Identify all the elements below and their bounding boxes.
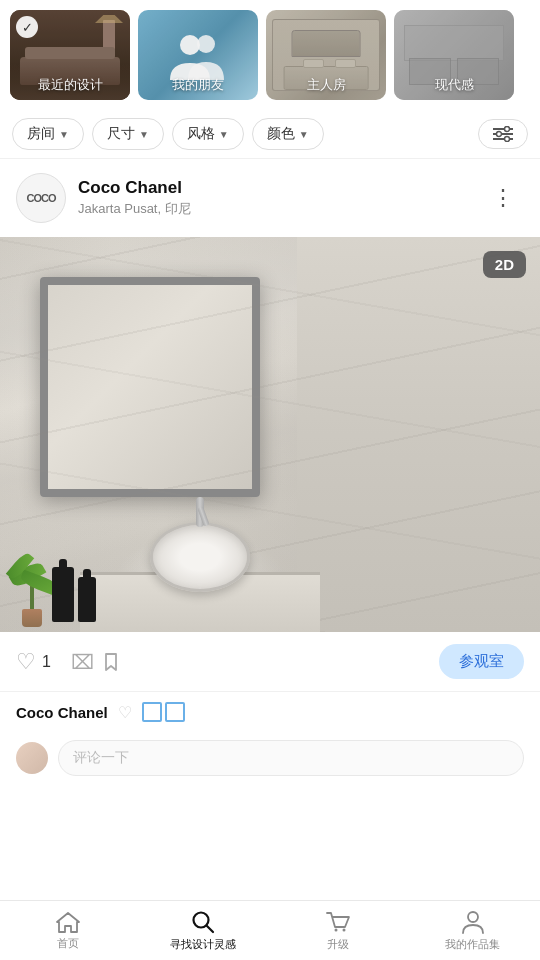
2d-badge: 2D xyxy=(483,251,526,278)
avatar-text: COCO xyxy=(27,192,56,204)
category-label-modern: 现代感 xyxy=(394,76,514,94)
main-content: ✓ 最近的设计 我的朋友 xyxy=(0,0,540,846)
filter-color-label: 颜色 xyxy=(267,125,295,143)
user-card: COCO Coco Chanel Jakarta Pusat, 印尼 ⋮ xyxy=(0,159,540,237)
nav-discover[interactable]: 寻找设计灵感 xyxy=(135,909,270,952)
design-image[interactable]: 2D xyxy=(0,237,540,632)
user-location: Jakarta Pusat, 印尼 xyxy=(78,200,484,218)
bottle-1 xyxy=(52,567,74,622)
nav-portfolio-label: 我的作品集 xyxy=(445,937,500,952)
category-item-modern[interactable]: 现代感 xyxy=(394,10,514,100)
post-squares xyxy=(142,702,185,722)
bottle-2 xyxy=(78,577,96,622)
svg-line-9 xyxy=(206,926,213,933)
search-icon xyxy=(190,909,216,935)
visit-room-label: 参观室 xyxy=(459,652,504,669)
svg-point-11 xyxy=(342,929,345,932)
bookmark-icon[interactable]: ⌧ xyxy=(71,650,94,674)
user-name[interactable]: Coco Chanel xyxy=(78,178,484,198)
nav-discover-label: 寻找设计灵感 xyxy=(170,937,236,952)
more-options-btn[interactable]: ⋮ xyxy=(484,183,524,213)
person-icon xyxy=(460,909,486,935)
post-heart-icon: ♡ xyxy=(118,703,132,722)
bookmark-icon-svg[interactable] xyxy=(100,651,122,673)
filter-color-btn[interactable]: 颜色 ▼ xyxy=(252,118,324,150)
bottom-nav: 首页 寻找设计灵感 升级 我的作品集 xyxy=(0,900,540,960)
comment-placeholder: 评论一下 xyxy=(73,749,129,765)
comment-avatar xyxy=(16,742,48,774)
filter-style-label: 风格 xyxy=(187,125,215,143)
filter-room-btn[interactable]: 房间 ▼ xyxy=(12,118,84,150)
category-label-friends: 我的朋友 xyxy=(138,76,258,94)
category-label-recent: 最近的设计 xyxy=(10,76,130,94)
comment-input-row: 评论一下 xyxy=(16,740,524,776)
filter-style-btn[interactable]: 风格 ▼ xyxy=(172,118,244,150)
filter-size-btn[interactable]: 尺寸 ▼ xyxy=(92,118,164,150)
sliders-icon xyxy=(493,126,513,142)
heart-icon[interactable]: ♡ xyxy=(16,649,36,675)
post-info: Coco Chanel ♡ xyxy=(0,692,540,734)
filter-size-label: 尺寸 xyxy=(107,125,135,143)
checkmark-icon: ✓ xyxy=(16,16,38,38)
avatar[interactable]: COCO xyxy=(16,173,66,223)
filter-room-label: 房间 xyxy=(27,125,55,143)
nav-upgrade-label: 升级 xyxy=(327,937,349,952)
like-count: 1 xyxy=(42,653,51,671)
chevron-down-icon: ▼ xyxy=(299,129,309,140)
chevron-down-icon: ▼ xyxy=(219,129,229,140)
svg-point-10 xyxy=(334,929,337,932)
user-info: Coco Chanel Jakarta Pusat, 印尼 xyxy=(78,178,484,218)
category-label-master: 主人房 xyxy=(266,76,386,94)
category-item-friends[interactable]: 我的朋友 xyxy=(138,10,258,100)
category-item-recent[interactable]: ✓ 最近的设计 xyxy=(10,10,130,100)
advanced-filter-btn[interactable] xyxy=(478,119,528,149)
svg-point-6 xyxy=(497,132,502,137)
action-left: ♡ 1 ⌧ xyxy=(16,649,122,675)
post-square-2 xyxy=(165,702,185,722)
chevron-down-icon: ▼ xyxy=(139,129,149,140)
cart-icon xyxy=(325,909,351,935)
nav-portfolio[interactable]: 我的作品集 xyxy=(405,909,540,952)
home-icon xyxy=(55,910,81,934)
visit-room-btn[interactable]: 参观室 xyxy=(439,644,524,679)
post-author[interactable]: Coco Chanel xyxy=(16,704,108,721)
filter-bar: 房间 ▼ 尺寸 ▼ 风格 ▼ 颜色 ▼ xyxy=(0,110,540,159)
sink-area xyxy=(80,512,320,632)
svg-point-5 xyxy=(505,127,510,132)
comment-preview: 评论一下 xyxy=(0,734,540,786)
chevron-down-icon: ▼ xyxy=(59,129,69,140)
category-item-master[interactable]: 主人房 xyxy=(266,10,386,100)
nav-home-label: 首页 xyxy=(57,936,79,951)
nav-upgrade[interactable]: 升级 xyxy=(270,909,405,952)
nav-home[interactable]: 首页 xyxy=(0,910,135,951)
action-bar: ♡ 1 ⌧ 参观室 xyxy=(0,632,540,692)
comment-input[interactable]: 评论一下 xyxy=(58,740,524,776)
svg-point-7 xyxy=(505,137,510,142)
category-strip: ✓ 最近的设计 我的朋友 xyxy=(0,0,540,110)
svg-point-12 xyxy=(468,912,478,922)
post-square-1 xyxy=(142,702,162,722)
